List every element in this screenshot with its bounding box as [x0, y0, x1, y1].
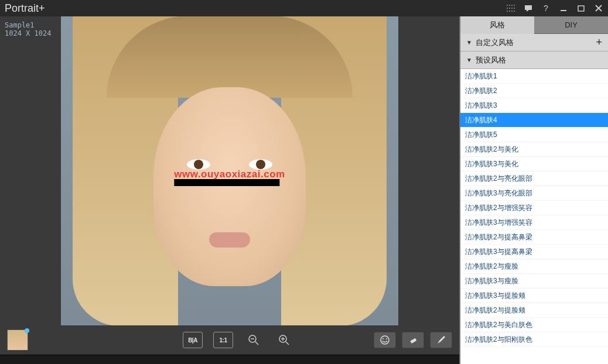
preset-item[interactable]: 洁净肌肤3与瘦脸	[460, 274, 608, 289]
tab-diy[interactable]: DIY	[534, 16, 608, 34]
svg-line-10	[255, 342, 258, 345]
preset-item[interactable]: 洁净肌肤3与提高鼻梁	[460, 245, 608, 259]
svg-point-17	[382, 338, 384, 339]
filmstrip	[0, 355, 459, 364]
maximize-icon[interactable]	[576, 4, 586, 13]
one-to-one-button[interactable]: 1:1	[213, 332, 233, 348]
brush-button[interactable]	[430, 332, 452, 348]
svg-point-18	[386, 338, 387, 339]
preset-item[interactable]: 洁净肌肤1	[460, 69, 608, 84]
right-panel: 风格 DIY ▼ 自定义风格 + ▼ 预设风格 洁净肌肤1洁净肌肤2洁净肌肤3洁…	[459, 16, 608, 364]
preset-item[interactable]: 洁净肌肤2与阳刚肤色	[460, 332, 608, 347]
section-custom-label: 自定义风格	[476, 37, 514, 48]
zoom-in-icon[interactable]	[274, 332, 294, 348]
app-title: Portrait+	[5, 2, 506, 15]
canvas[interactable]: Sample1 1024 X 1024 www.ouyaoxiazai.com	[0, 16, 459, 325]
preset-item[interactable]: 洁净肌肤2	[460, 84, 608, 98]
svg-rect-3	[525, 5, 532, 10]
chevron-down-icon: ▼	[466, 57, 472, 63]
preset-item[interactable]: 洁净肌肤3	[460, 98, 608, 113]
preset-item[interactable]: 洁净肌肤2与美白肤色	[460, 318, 608, 332]
svg-rect-19	[410, 338, 416, 344]
eraser-button[interactable]	[402, 332, 424, 348]
preset-item[interactable]: 洁净肌肤2与提脸颊	[460, 303, 608, 318]
preset-item[interactable]: 洁净肌肤3与提脸颊	[460, 289, 608, 303]
preset-item[interactable]: 洁净肌肤3与亮化眼部	[460, 186, 608, 201]
section-preset-styles[interactable]: ▼ 预设风格	[460, 51, 608, 69]
bottom-toolbar: B|A 1:1	[0, 325, 459, 355]
add-style-button[interactable]: +	[596, 36, 602, 49]
image-name: Sample1	[5, 21, 51, 29]
chevron-down-icon: ▼	[466, 39, 472, 46]
zoom-out-icon[interactable]	[244, 332, 264, 348]
tab-style[interactable]: 风格	[460, 16, 534, 34]
image-info: Sample1 1024 X 1024	[5, 21, 51, 37]
preset-item[interactable]: 洁净肌肤2与美化	[460, 142, 608, 157]
help-icon[interactable]: ?	[541, 4, 551, 13]
section-preset-label: 预设风格	[476, 55, 506, 66]
watermark-text: www.ouyaoxiazai.com	[174, 169, 285, 180]
panel-tabs: 风格 DIY	[460, 16, 608, 34]
editor-pane: Sample1 1024 X 1024 www.ouyaoxiazai.com	[0, 16, 459, 364]
thumbnail-preview[interactable]	[7, 329, 28, 351]
list-icon[interactable]	[506, 4, 515, 13]
preset-item[interactable]: 洁净肌肤3与增强笑容	[460, 215, 608, 230]
minimize-icon[interactable]	[559, 4, 568, 13]
titlebar-actions: ?	[506, 4, 603, 13]
compare-button[interactable]: B|A	[183, 332, 203, 348]
main-area: Sample1 1024 X 1024 www.ouyaoxiazai.com	[0, 16, 608, 364]
toolbar-center: B|A 1:1	[183, 332, 294, 348]
face-detect-button[interactable]	[374, 332, 396, 348]
preset-list[interactable]: 洁净肌肤1洁净肌肤2洁净肌肤3洁净肌肤4洁净肌肤5洁净肌肤2与美化洁净肌肤3与美…	[460, 69, 608, 364]
preset-item[interactable]: 洁净肌肤2与瘦脸	[460, 259, 608, 274]
titlebar: Portrait+ ?	[0, 0, 608, 16]
preset-item[interactable]: 洁净肌肤4	[460, 113, 608, 128]
toolbar-right	[374, 332, 452, 348]
image-dimensions: 1024 X 1024	[5, 29, 51, 37]
preset-item[interactable]: 洁净肌肤2与亮化眼部	[460, 171, 608, 186]
svg-point-16	[381, 336, 389, 344]
svg-rect-6	[578, 6, 584, 11]
svg-line-13	[286, 342, 289, 345]
close-icon[interactable]	[594, 4, 603, 13]
watermark: www.ouyaoxiazai.com	[174, 169, 285, 186]
preset-item[interactable]: 洁净肌肤3与美化	[460, 157, 608, 171]
svg-marker-4	[527, 10, 529, 12]
section-custom-styles[interactable]: ▼ 自定义风格 +	[460, 34, 608, 51]
preset-item[interactable]: 洁净肌肤2与提高鼻梁	[460, 230, 608, 245]
preset-item[interactable]: 洁净肌肤5	[460, 128, 608, 142]
preset-item[interactable]: 洁净肌肤2与增强笑容	[460, 201, 608, 215]
chat-icon[interactable]	[524, 4, 533, 13]
